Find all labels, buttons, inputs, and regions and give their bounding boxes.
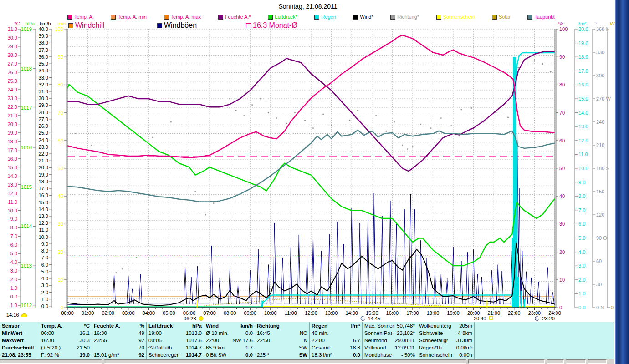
table-col-luftdruck: LuftdruckhPa19:001013.000:051017.6^2.0hP… xyxy=(147,322,204,359)
svg-text:5.0: 5.0 xyxy=(41,269,48,274)
cell-label: Temp. A. xyxy=(41,323,62,330)
x-tick-label: 07:00 xyxy=(203,310,216,316)
cell-value: - 50% xyxy=(401,352,415,359)
axis-unit-hpa: hPa xyxy=(26,21,35,26)
cell-label: Sonnenschein xyxy=(419,352,452,359)
cell-label: Regen xyxy=(312,323,327,330)
table-row: 15.01 g/m³92 xyxy=(94,352,144,359)
svg-text:13.0: 13.0 xyxy=(8,182,17,187)
table-row: 18.3 l/m²0.0 xyxy=(312,352,360,359)
svg-text:13.0: 13.0 xyxy=(39,213,48,219)
svg-text:7.0: 7.0 xyxy=(578,207,585,213)
cell-value: 1.7 xyxy=(245,344,253,352)
svg-text:33.0: 33.0 xyxy=(39,75,48,81)
x-tick-label: 05:00 xyxy=(163,310,175,316)
svg-text:15.0: 15.0 xyxy=(8,165,17,170)
svg-text:1.0: 1.0 xyxy=(578,291,585,296)
axis-unit-deg: ° xyxy=(595,21,598,26)
cell-value: SW xyxy=(299,352,307,359)
cell-value: 92 xyxy=(138,352,144,359)
status-segment xyxy=(468,359,545,364)
axis-lm2: 20.019.018.017.016.015.014.013.012.011.0… xyxy=(575,21,588,310)
svg-text:0: 0 xyxy=(61,305,63,310)
svg-text:1019: 1019 xyxy=(21,26,32,32)
cell-value: NW 17.6 xyxy=(232,337,253,344)
x-tick-label: 20:00 xyxy=(467,310,480,316)
svg-text:19.0: 19.0 xyxy=(39,172,48,177)
table-col-wind: Windkm/hØ 10 min.0.022:00NW 17.665.9 km1… xyxy=(204,322,255,359)
svg-text:1.0: 1.0 xyxy=(10,285,17,291)
x-tick-label: 18:00 xyxy=(427,310,440,316)
svg-text:20: 20 xyxy=(58,249,63,255)
svg-text:29.0: 29.0 xyxy=(39,102,48,108)
table-row: Wolkenunterg205m xyxy=(419,323,472,330)
sunset-square-icon xyxy=(489,316,492,319)
cell-value: 18.3 xyxy=(350,344,360,352)
svg-text:7.0: 7.0 xyxy=(41,255,48,260)
cell-label: Schneefallgr xyxy=(419,337,448,344)
svg-text:30: 30 xyxy=(559,221,565,227)
svg-text:10.0: 10.0 xyxy=(578,166,588,171)
svg-text:70: 70 xyxy=(58,110,63,116)
table-row: 19:001013.0 xyxy=(148,330,202,337)
cell-value: 70 xyxy=(138,344,144,352)
table-row: Mondphase- 50% xyxy=(364,352,415,359)
table-row: Max. Sonnen50,748° xyxy=(364,323,415,330)
x-tick-label: 01:00 xyxy=(82,310,94,316)
table-row: ^2.0hPa/h1014.7 xyxy=(148,344,202,352)
svg-text:40: 40 xyxy=(58,193,63,199)
cell-label: Regen/1h xyxy=(419,344,442,352)
table-col-empty xyxy=(475,322,602,359)
status-bar xyxy=(0,359,614,364)
status-segment xyxy=(0,359,102,364)
svg-text:22.0: 22.0 xyxy=(8,104,17,110)
svg-text:15.0: 15.0 xyxy=(39,200,48,205)
svg-text:25.0: 25.0 xyxy=(39,130,48,136)
cell-value: l/m² xyxy=(351,323,360,330)
table-row: Sonnen Pos-23,182° xyxy=(364,330,415,337)
svg-text:14.0: 14.0 xyxy=(578,110,588,116)
annotation-06:23: 06:23 xyxy=(184,316,196,321)
cell-value: km/h xyxy=(240,323,253,330)
svg-text:9.0: 9.0 xyxy=(578,180,585,185)
svg-text:0: 0 xyxy=(559,305,562,310)
svg-text:11.0: 11.0 xyxy=(39,227,48,233)
cell-label: 65.9 km xyxy=(206,344,225,352)
x-tick-label: 09:00 xyxy=(244,310,256,316)
x-tick-label: 00:00 xyxy=(61,310,74,316)
cell-label: 19:00 xyxy=(148,330,162,337)
sunrise-sun-icon xyxy=(199,317,203,321)
chart-canvas[interactable]: 31.030.029.028.027.026.025.024.023.022.0… xyxy=(0,0,629,322)
cell-label: MinWert xyxy=(2,330,22,337)
x-tick-label: 08:00 xyxy=(224,310,236,316)
weather-station-window: Sonntag, 21.08.2011 Temp. A.Temp. A. min… xyxy=(0,0,629,364)
cell-value: 0.0 xyxy=(353,352,360,359)
svg-text:35.0: 35.0 xyxy=(39,61,48,66)
svg-text:11.0: 11.0 xyxy=(8,199,17,205)
svg-text:28.0: 28.0 xyxy=(39,110,48,115)
cell-value: 50,748° xyxy=(397,323,415,330)
svg-text:1013: 1013 xyxy=(21,263,32,268)
cell-label: Sonnen Pos xyxy=(364,330,392,337)
svg-text:2.0: 2.0 xyxy=(10,277,17,282)
svg-text:30.0: 30.0 xyxy=(8,35,17,40)
svg-text:18.0: 18.0 xyxy=(39,179,48,184)
status-segment xyxy=(588,359,607,364)
svg-text:4.0: 4.0 xyxy=(41,276,48,281)
cell-label: (+ 5.20 ) xyxy=(41,344,61,352)
svg-text:8.0: 8.0 xyxy=(578,193,585,199)
moon-corner-annotation: 14:16 xyxy=(6,312,27,318)
table-row: Richtung xyxy=(257,323,307,330)
cell-label: 18.3 l/m² xyxy=(312,352,332,359)
svg-text:26.0: 26.0 xyxy=(39,123,48,129)
svg-text:10: 10 xyxy=(559,277,565,283)
table-row: Gesamt:18.3 xyxy=(312,344,360,352)
series-temp xyxy=(67,35,555,157)
svg-text:0: 0 xyxy=(611,305,614,310)
svg-text:2.0: 2.0 xyxy=(41,290,48,295)
svg-text:80: 80 xyxy=(58,82,63,87)
cell-label: Max. Sonnen xyxy=(364,323,394,330)
svg-text:17.0: 17.0 xyxy=(39,186,48,191)
svg-text:240: 240 xyxy=(596,119,604,125)
axis-min: 1009080706050403020100min xyxy=(55,21,67,310)
